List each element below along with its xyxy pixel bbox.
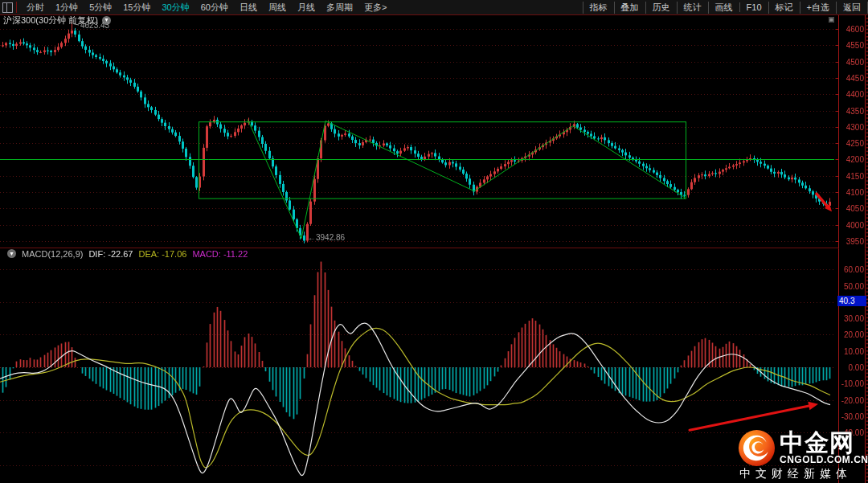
macd-indicator-label: MACD(12,26,9) xyxy=(22,249,83,259)
macd-axis-label: 30.00 xyxy=(844,314,864,323)
price-axis-label: 4100 xyxy=(846,188,864,197)
tab-15min[interactable]: 15分钟 xyxy=(117,2,156,14)
button-overlay[interactable]: 叠加 xyxy=(614,2,645,14)
watermark-slogan: 中文财经新媒体 xyxy=(739,467,852,481)
low-price-annotation: ←3942.86 xyxy=(308,233,345,242)
watermark-domain: CNGOLD.COM.CN xyxy=(780,454,868,465)
price-axis-label: 3950 xyxy=(846,237,864,246)
tab-fenshi[interactable]: 分时 xyxy=(21,2,50,14)
price-axis-label: 4500 xyxy=(846,58,864,67)
tab-5min[interactable]: 5分钟 xyxy=(84,2,117,14)
macd-bar-value: MACD: -11.22 xyxy=(192,249,248,259)
panel-corner-icon[interactable]: ▣ xyxy=(828,15,835,23)
macd-axis-label: 60.00 xyxy=(844,265,864,274)
macd-axis-label: -30.00 xyxy=(841,412,864,421)
toolbar-right-group: 指标 叠加 历史 统计 画线 F10 标记 +自选 返回 xyxy=(583,0,868,14)
toolbar-divider xyxy=(16,2,17,13)
price-axis-label: 4400 xyxy=(846,90,864,99)
macd-dea-value: DEA: -17.06 xyxy=(138,249,186,259)
macd-axis-label: 20.00 xyxy=(844,330,864,339)
macd-dif-value: DIF: -22.67 xyxy=(88,249,133,259)
price-axis-label: 4550 xyxy=(846,41,864,50)
tab-monthly[interactable]: 月线 xyxy=(292,2,321,14)
tab-60min[interactable]: 60分钟 xyxy=(195,2,234,14)
macd-panel-header: ▾ MACD(12,26,9) DIF: -22.67 DEA: -17.06 … xyxy=(3,248,248,259)
low-price-value: 3942.86 xyxy=(316,233,345,242)
macd-axis-label: 0.00 xyxy=(849,363,864,372)
macd-axis-label: 50.00 xyxy=(844,282,864,291)
price-axis-label: 4250 xyxy=(846,139,864,148)
price-axis-label: 4600 xyxy=(846,25,864,34)
tab-1min[interactable]: 1分钟 xyxy=(50,2,84,14)
cursor-value-badge: 40.3 xyxy=(837,296,866,306)
price-axis-label: 4300 xyxy=(846,123,864,132)
button-indicators[interactable]: 指标 xyxy=(583,2,614,14)
macd-axis-label: -10.00 xyxy=(841,379,864,388)
button-history[interactable]: 历史 xyxy=(645,2,677,14)
price-axis-label: 4450 xyxy=(846,74,864,83)
button-add-watchlist[interactable]: +自选 xyxy=(800,2,836,14)
chart-canvas[interactable] xyxy=(0,0,868,483)
toolbar: 分时 1分钟 5分钟 15分钟 30分钟 60分钟 日线 周线 月线 多周期 更… xyxy=(0,0,868,15)
macd-axis-label: 10.00 xyxy=(844,347,864,356)
trading-app-window: 分时 1分钟 5分钟 15分钟 30分钟 60分钟 日线 周线 月线 多周期 更… xyxy=(0,0,868,483)
button-mark[interactable]: 标记 xyxy=(768,2,800,14)
tab-daily[interactable]: 日线 xyxy=(234,2,263,14)
tab-weekly[interactable]: 周线 xyxy=(263,2,292,14)
price-axis-label: 4350 xyxy=(846,107,864,116)
price-axis-label: 4000 xyxy=(846,221,864,230)
button-draw-line[interactable]: 画线 xyxy=(708,2,739,14)
button-stats[interactable]: 统计 xyxy=(677,2,708,14)
layout-icon[interactable] xyxy=(2,2,13,13)
tab-30min[interactable]: 30分钟 xyxy=(157,2,195,14)
high-price-annotation: 4623.43 xyxy=(80,21,109,30)
price-axis-label: 4050 xyxy=(846,204,864,213)
macd-axis-label: -20.00 xyxy=(841,396,864,405)
price-axis: 4600455045004450440043504300425042004150… xyxy=(839,0,864,249)
price-axis-label: 4150 xyxy=(846,172,864,181)
cngold-logo-icon xyxy=(738,429,776,467)
left-arrow-icon: ← xyxy=(308,233,316,242)
price-axis-label: 4200 xyxy=(846,155,864,164)
button-back[interactable]: 返回 xyxy=(836,2,868,14)
tab-multi-period[interactable]: 多周期 xyxy=(321,2,358,14)
tab-more[interactable]: 更多> xyxy=(358,2,392,14)
watermark: 中金网 CNGOLD.COM.CN 中文财经新媒体 xyxy=(738,427,866,480)
button-f10[interactable]: F10 xyxy=(739,2,768,12)
collapse-macd-icon[interactable]: ▾ xyxy=(7,249,16,258)
